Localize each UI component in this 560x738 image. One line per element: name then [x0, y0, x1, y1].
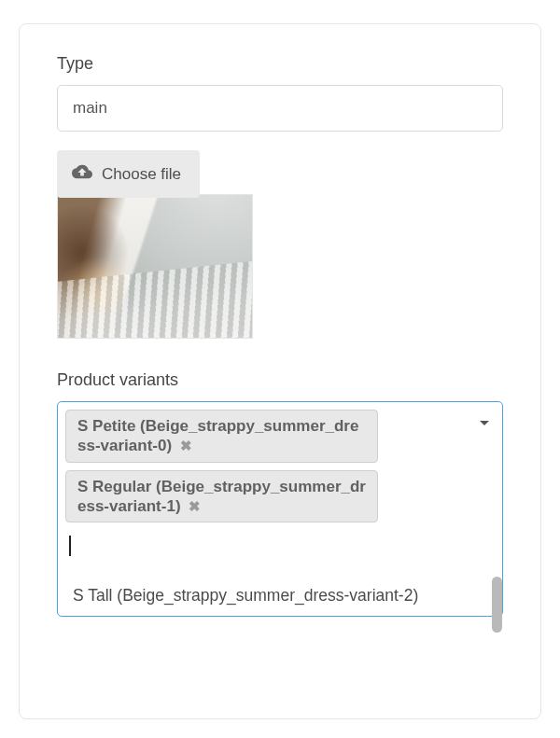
cloud-upload-icon — [72, 161, 92, 187]
type-label: Type — [57, 54, 503, 74]
variant-chip-label: S Regular (Beige_strappy_summer_dress-va… — [77, 478, 366, 515]
variant-chip-label: S Petite (Beige_strappy_summer_dress-var… — [77, 417, 358, 454]
choose-file-label: Choose file — [102, 165, 181, 184]
variants-label: Product variants — [57, 370, 503, 390]
remove-icon[interactable]: ✖ — [189, 498, 201, 514]
remove-icon[interactable]: ✖ — [180, 438, 192, 453]
product-image — [58, 195, 252, 338]
variants-dropdown: S Tall (Beige_strappy_summer_dress-varia… — [58, 577, 502, 616]
variant-chip: S Regular (Beige_strappy_summer_dress-va… — [65, 470, 378, 523]
scrollbar-thumb[interactable] — [492, 577, 502, 633]
variant-option[interactable]: S Tall (Beige_strappy_summer_dress-varia… — [58, 577, 502, 616]
choose-file-button[interactable]: Choose file — [57, 150, 200, 198]
caret-down-icon[interactable] — [480, 421, 489, 425]
variant-chip: S Petite (Beige_strappy_summer_dress-var… — [65, 410, 378, 463]
form-card: Type Choose file Product variants S Peti… — [19, 23, 541, 719]
type-input[interactable] — [57, 85, 503, 132]
text-cursor — [69, 536, 71, 556]
variants-multiselect[interactable]: S Petite (Beige_strappy_summer_dress-var… — [57, 401, 503, 617]
image-preview — [57, 194, 253, 339]
